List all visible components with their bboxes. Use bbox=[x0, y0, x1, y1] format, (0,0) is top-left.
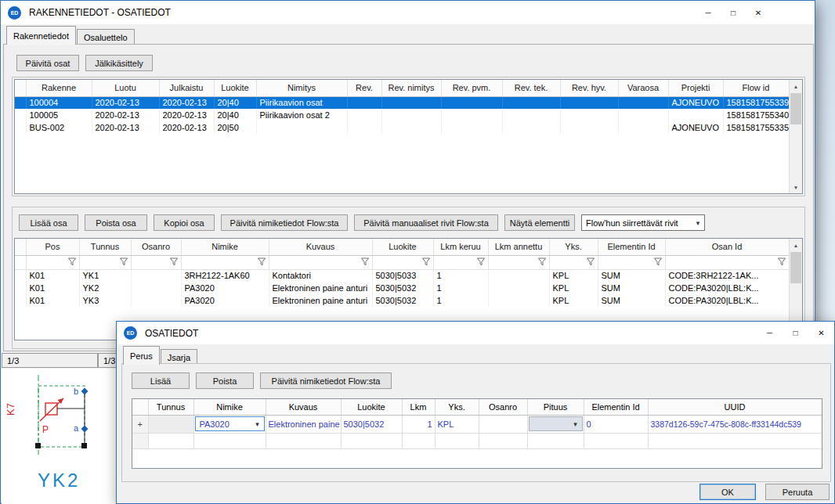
column-header[interactable]: Lkm bbox=[402, 399, 435, 415]
column-header[interactable]: Yks. bbox=[549, 239, 598, 255]
column-header[interactable]: Elementin Id bbox=[584, 399, 648, 415]
filter-cell[interactable] bbox=[598, 255, 665, 269]
filter-cell[interactable] bbox=[181, 255, 269, 269]
poista-button[interactable]: Poista bbox=[196, 373, 254, 389]
scroll-up-icon[interactable]: ▲ bbox=[790, 80, 802, 92]
structures-scrollbar[interactable]: ▲ ▼ bbox=[789, 80, 802, 193]
column-header[interactable]: Julkaistu bbox=[159, 80, 214, 96]
cell: Piirikaavion osat 2 bbox=[256, 109, 347, 121]
column-header[interactable]: Projekti bbox=[668, 80, 723, 96]
filter-cell[interactable] bbox=[488, 255, 549, 269]
paivita-nimiketiedot-flow-button[interactable]: Päivitä nimiketiedot Flow:sta bbox=[260, 373, 392, 389]
filter-cell[interactable] bbox=[131, 255, 181, 269]
column-header[interactable]: Osanro bbox=[479, 399, 527, 415]
column-header[interactable]: Flow id bbox=[723, 80, 789, 96]
tab-perus[interactable]: Perus bbox=[123, 346, 160, 365]
column-header[interactable]: Rev. hyv. bbox=[560, 80, 618, 96]
elementin-id-cell[interactable]: 0 bbox=[584, 415, 648, 433]
column-header[interactable]: Pos bbox=[26, 239, 79, 255]
column-header[interactable]: Nimitys bbox=[256, 80, 347, 96]
tab-rakennetiedot[interactable]: Rakennetiedot bbox=[6, 26, 76, 45]
ok-button[interactable]: OK bbox=[699, 484, 756, 500]
column-header[interactable]: Rev. tek. bbox=[502, 80, 560, 96]
scroll-up-icon[interactable]: ▲ bbox=[790, 239, 802, 251]
paivita-manuaaliset-flow-button[interactable]: Päivitä manuaaliset rivit Flow:sta bbox=[354, 214, 498, 231]
column-header[interactable]: Rev. bbox=[347, 80, 381, 96]
dialog-gridwrap: Tunnus Nimike Kuvaus Luokite Lkm Yks. Os… bbox=[132, 398, 822, 469]
filter-cell[interactable] bbox=[26, 255, 79, 269]
yks-cell[interactable]: KPL bbox=[435, 415, 479, 433]
column-header[interactable]: Osanro bbox=[131, 239, 181, 255]
column-header[interactable]: Luokite bbox=[341, 399, 402, 415]
paivita-nimiketiedot-flow-button[interactable]: Päivitä nimiketiedot Flow:sta bbox=[221, 214, 348, 231]
column-header[interactable]: Rakenne bbox=[26, 80, 92, 96]
lisaa-button[interactable]: Lisää bbox=[132, 373, 190, 389]
filter-cell[interactable] bbox=[269, 255, 372, 269]
row-selector bbox=[15, 294, 26, 307]
pituus-combo[interactable]: ▾ bbox=[529, 416, 583, 431]
filter-cell[interactable] bbox=[433, 255, 488, 269]
table-row[interactable]: K01 YK3 PA3020 Elektroninen paine anturi… bbox=[15, 294, 789, 307]
filter-cell[interactable] bbox=[549, 255, 598, 269]
close-button[interactable]: ✕ bbox=[746, 1, 771, 24]
maximize-button[interactable]: □ bbox=[783, 322, 808, 344]
kopioi-osa-button[interactable]: Kopioi osa bbox=[154, 214, 215, 231]
filter-cell[interactable] bbox=[372, 255, 433, 269]
column-header[interactable]: Luotu bbox=[92, 80, 159, 96]
column-header[interactable]: Yks. bbox=[435, 399, 479, 415]
column-header[interactable]: Luokite bbox=[372, 239, 433, 255]
column-header[interactable]: Tunnus bbox=[148, 399, 193, 415]
minimize-button[interactable]: ─ bbox=[696, 1, 721, 24]
scroll-down-icon[interactable]: ▼ bbox=[790, 181, 802, 193]
table-row[interactable]: K01 YK1 3RH2122-1AK60 Kontaktori 5030|50… bbox=[15, 269, 789, 282]
lkm-cell[interactable]: 1 bbox=[402, 415, 435, 433]
nimike-combo[interactable]: PA3020 ▾ bbox=[195, 416, 265, 431]
minimize-button[interactable]: ─ bbox=[757, 322, 783, 344]
column-header[interactable]: Elementin Id bbox=[598, 239, 665, 255]
lisaa-osa-button[interactable]: Lisää osa bbox=[19, 214, 78, 231]
column-header[interactable]: Varaosa bbox=[618, 80, 668, 96]
luokite-cell[interactable]: 5030|5032 bbox=[341, 415, 402, 433]
filter-icon bbox=[169, 257, 179, 266]
column-header[interactable]: Pituus bbox=[527, 399, 584, 415]
column-header[interactable]: Rev. pvm. bbox=[441, 80, 502, 96]
peruuta-button[interactable]: Peruuta bbox=[765, 484, 830, 500]
table-row[interactable]: BUS-002 2020-02-13 2020-02-13 20|50 AJO bbox=[15, 121, 789, 134]
tunnus-cell[interactable] bbox=[148, 415, 193, 433]
column-header[interactable]: Lkm keruu bbox=[433, 239, 488, 255]
jalkikasittely-button[interactable]: Jälkikäsittely bbox=[85, 55, 153, 71]
column-header[interactable]: Rev. nimitys bbox=[381, 80, 441, 96]
column-header[interactable]: Kuvaus bbox=[269, 239, 372, 255]
nayta-elementti-button[interactable]: Näytä elementti bbox=[504, 214, 575, 231]
column-header[interactable]: Lkm annettu bbox=[488, 239, 549, 255]
maximize-button[interactable]: □ bbox=[721, 1, 746, 24]
paivita-osat-button[interactable]: Päivitä osat bbox=[16, 55, 79, 71]
column-header[interactable]: UUID bbox=[648, 399, 822, 415]
table-row[interactable]: K01 YK2 PA3020 Elektroninen paine anturi… bbox=[15, 282, 789, 294]
cell bbox=[347, 121, 381, 134]
flow-rows-combo[interactable]: Flow'hun siirrettävät rivit ▾ bbox=[581, 214, 705, 231]
scroll-thumb[interactable] bbox=[790, 252, 801, 283]
column-header[interactable]: Osan Id bbox=[665, 239, 789, 255]
table-row[interactable]: 100005 2020-02-13 2020-02-13 20|40 Piiri… bbox=[15, 109, 789, 121]
poista-osa-button[interactable]: Poista osa bbox=[85, 214, 147, 231]
table-row-selected[interactable]: 100004 2020-02-13 2020-02-13 20|40 Piiri… bbox=[15, 96, 789, 109]
cell: 1 bbox=[433, 269, 488, 282]
osanro-cell[interactable] bbox=[479, 415, 527, 433]
column-header[interactable]: Tunnus bbox=[79, 239, 131, 255]
column-header[interactable]: Kuvaus bbox=[266, 399, 341, 415]
filter-cell[interactable] bbox=[79, 255, 131, 269]
scroll-thumb[interactable] bbox=[790, 93, 801, 124]
column-header[interactable]: Nimike bbox=[193, 399, 266, 415]
close-button[interactable]: ✕ bbox=[808, 322, 834, 344]
kuvaus-cell[interactable]: Elektroninen paine bbox=[266, 415, 341, 433]
part-edit-row[interactable]: + PA3020 ▾ Elektroninen paine 5030|5032 … bbox=[132, 415, 822, 433]
tab-jsarja[interactable]: Jsarja bbox=[161, 349, 197, 365]
uuid-cell[interactable]: 3387d126-59c7-475c-808c-ff33144dc539 bbox=[648, 415, 822, 433]
tab-osaluettelo[interactable]: Osaluettelo bbox=[77, 29, 135, 45]
cell bbox=[618, 96, 668, 109]
column-header[interactable]: Luokite bbox=[214, 80, 256, 96]
empty-row[interactable] bbox=[132, 433, 822, 448]
column-header[interactable]: Nimike bbox=[181, 239, 269, 255]
filter-cell[interactable] bbox=[665, 255, 789, 269]
